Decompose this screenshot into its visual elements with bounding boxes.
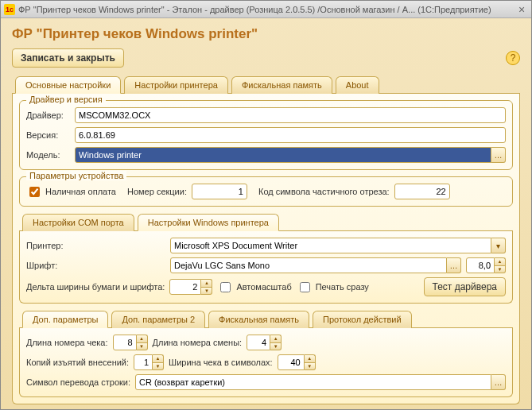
delta-input[interactable] xyxy=(169,279,201,295)
driver-fieldset: Драйвер и версия Драйвер: Версия: Модель… xyxy=(19,100,513,170)
extra-tabs: Доп. параметры Доп. параметры 2 Фискальн… xyxy=(19,310,513,328)
font-input[interactable] xyxy=(170,257,447,273)
autoscale-input[interactable] xyxy=(220,282,231,292)
window-title: ФР "Принтер чеков Windows printer" - Эта… xyxy=(18,5,515,14)
font-size-input[interactable] xyxy=(466,257,495,273)
shift-len-input[interactable] xyxy=(247,335,270,350)
test-driver-button[interactable]: Тест дарйвера xyxy=(424,277,506,296)
cash-checkbox-input[interactable] xyxy=(29,187,40,197)
newline-label: Символ перевода строки: xyxy=(26,377,130,387)
extratab-log[interactable]: Протокол действий xyxy=(313,311,412,328)
window-titlebar: 1c ФР "Принтер чеков Windows printer" - … xyxy=(1,1,531,18)
copies-label: Копий изъятий внесений: xyxy=(26,358,129,367)
tab-fiscal[interactable]: Фискальная память xyxy=(231,76,332,94)
version-label: Версия: xyxy=(26,130,70,140)
model-input[interactable] xyxy=(75,147,491,163)
printer-input[interactable] xyxy=(170,238,491,253)
save-close-button[interactable]: Записать и закрыть xyxy=(12,48,124,68)
shift-len-up[interactable]: ▲ xyxy=(270,335,282,342)
cut-label: Код символа частичного отреза: xyxy=(258,187,390,196)
extratab-p1[interactable]: Доп. параметры xyxy=(22,311,108,328)
device-legend: Параметры устройства xyxy=(26,171,126,180)
check-len-label: Длина номера чека: xyxy=(26,338,108,347)
driver-label: Драйвер: xyxy=(26,110,70,120)
font-size-down[interactable]: ▼ xyxy=(495,265,506,274)
close-icon[interactable]: × xyxy=(515,3,528,16)
copies-up[interactable]: ▲ xyxy=(153,354,164,362)
printnow-checkbox[interactable]: Печать сразу xyxy=(297,280,369,295)
driver-legend: Драйвер и версия xyxy=(26,95,106,104)
page-title: ФР "Принтер чеков Windows printer" xyxy=(12,26,520,42)
shift-len-down[interactable]: ▼ xyxy=(270,342,282,351)
shift-len-label: Длина номера смены: xyxy=(153,338,243,347)
delta-label: Дельта ширины бумаги и шрифта: xyxy=(26,282,165,292)
check-len-input[interactable] xyxy=(113,335,137,350)
section-label: Номер секции: xyxy=(127,187,187,196)
subtab-com[interactable]: Настройки COM порта xyxy=(22,214,134,231)
check-len-up[interactable]: ▲ xyxy=(137,335,148,342)
newline-input[interactable] xyxy=(135,374,491,390)
check-len-down[interactable]: ▼ xyxy=(137,342,148,351)
autoscale-checkbox[interactable]: Автомасштаб xyxy=(217,280,291,295)
extratab-fiscal[interactable]: Фискальная память xyxy=(208,311,309,328)
tab-printer[interactable]: Настройки принтера xyxy=(124,76,228,94)
section-input[interactable] xyxy=(192,184,247,199)
device-fieldset: Параметры устройства Наличная оплата Ном… xyxy=(19,176,513,207)
tab-about[interactable]: About xyxy=(336,76,379,94)
model-label: Модель: xyxy=(26,150,70,160)
printer-subtabs: Настройки COM порта Настройки Windows пр… xyxy=(19,213,513,231)
help-icon[interactable]: ? xyxy=(506,51,520,65)
width-label: Ширина чека в символах: xyxy=(169,358,273,367)
font-dropdown-button[interactable]: … xyxy=(447,257,461,273)
printer-label: Принтер: xyxy=(26,241,165,250)
copies-down[interactable]: ▼ xyxy=(153,362,164,371)
cut-input[interactable] xyxy=(394,184,450,199)
app-icon: 1c xyxy=(4,4,15,15)
driver-input[interactable] xyxy=(75,107,506,123)
tab-basic[interactable]: Основные настройки xyxy=(15,76,121,94)
width-down[interactable]: ▼ xyxy=(305,362,316,371)
font-label: Шрифт: xyxy=(26,261,165,270)
width-input[interactable] xyxy=(278,354,305,370)
model-dropdown-button[interactable]: … xyxy=(491,147,506,163)
printer-dropdown-icon[interactable]: ▾ xyxy=(491,238,506,253)
delta-up[interactable]: ▲ xyxy=(201,279,212,287)
subtab-win[interactable]: Настройки Windows принтера xyxy=(138,214,279,231)
version-input[interactable] xyxy=(75,127,506,143)
font-size-up[interactable]: ▲ xyxy=(495,257,506,265)
newline-dropdown-button[interactable]: … xyxy=(491,374,506,390)
cash-checkbox[interactable]: Наличная оплата xyxy=(26,184,116,199)
delta-down[interactable]: ▼ xyxy=(201,287,212,296)
printnow-input[interactable] xyxy=(300,282,310,292)
main-tabs: Основные настройки Настройки принтера Фи… xyxy=(12,75,520,94)
width-up[interactable]: ▲ xyxy=(305,354,316,362)
copies-input[interactable] xyxy=(134,354,153,370)
extratab-p2[interactable]: Доп. параметры 2 xyxy=(111,311,205,328)
